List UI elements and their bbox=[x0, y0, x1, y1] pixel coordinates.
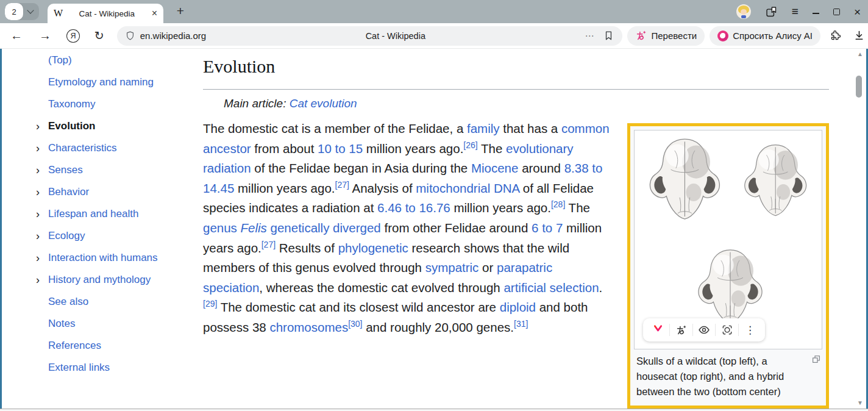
article-text: million years ago. bbox=[363, 141, 463, 155]
scrollbar-down-arrow[interactable]: ▼ bbox=[857, 399, 863, 406]
reference-link[interactable]: [31] bbox=[514, 319, 528, 329]
refresh-button[interactable]: ↻ bbox=[94, 29, 104, 43]
image-hover-toolbar: ⋮ bbox=[643, 318, 765, 341]
translate-button[interactable]: Перевести bbox=[627, 26, 705, 46]
chevron-right-icon[interactable]: › bbox=[36, 252, 48, 263]
site-security-shield-icon[interactable] bbox=[125, 30, 135, 41]
chevron-right-icon[interactable]: › bbox=[36, 187, 48, 198]
new-tab-button[interactable]: + bbox=[172, 2, 189, 20]
yandex-search-image-icon[interactable] bbox=[647, 324, 669, 336]
article-link[interactable]: chromosomes bbox=[269, 320, 348, 334]
alice-label: Спросить Алису AI bbox=[733, 30, 813, 41]
scrollbar-up-arrow[interactable]: ▲ bbox=[857, 51, 863, 57]
article-link[interactable]: genus bbox=[203, 221, 237, 235]
sidebar-item[interactable]: Taxonomy bbox=[36, 93, 196, 115]
highlighted-figure[interactable]: ⋮ Skulls of a wildcat (top left), a hous… bbox=[627, 123, 829, 409]
sidebar-item[interactable]: (Top) bbox=[36, 49, 196, 71]
yandex-home-button[interactable]: Я bbox=[66, 29, 80, 43]
tab-close-icon[interactable]: × bbox=[148, 8, 157, 19]
sidebar-item[interactable]: ›Evolution bbox=[36, 115, 196, 137]
article-link[interactable]: mitochondrial DNA bbox=[416, 181, 519, 195]
sidebar-item-label: Characteristics bbox=[48, 142, 116, 154]
reference-link[interactable]: [27] bbox=[261, 240, 276, 249]
sidebar-item-label: See also bbox=[48, 296, 88, 308]
article-link[interactable]: Miocene bbox=[471, 161, 519, 175]
tab-bar: 2 W Cat - Wikipedia × + ≡ × bbox=[0, 0, 868, 23]
reference-link[interactable]: [27] bbox=[335, 180, 349, 190]
sidebar-item[interactable]: ›Senses bbox=[36, 159, 196, 181]
hatnote: Main article: Cat evolution bbox=[224, 97, 829, 110]
reference-link[interactable]: [30] bbox=[348, 319, 362, 329]
reference-link[interactable]: [26] bbox=[463, 140, 477, 150]
reference-link[interactable]: [28] bbox=[551, 200, 565, 210]
article-text: or bbox=[478, 260, 497, 274]
hatnote-link[interactable]: Cat evolution bbox=[290, 97, 357, 110]
article-link[interactable]: phylogenetic bbox=[338, 241, 408, 255]
chevron-right-icon[interactable]: › bbox=[36, 165, 48, 176]
forward-button[interactable]: → bbox=[39, 29, 51, 43]
sidebar-item-label: Ecology bbox=[48, 230, 85, 242]
address-more-icon[interactable]: ⋯ bbox=[585, 30, 594, 41]
reference-link[interactable]: [29] bbox=[203, 299, 217, 309]
article-text: Analysis of bbox=[349, 181, 416, 195]
chevron-right-icon[interactable]: › bbox=[36, 274, 48, 285]
sidebar-item-label: Notes bbox=[48, 318, 75, 330]
chevron-right-icon[interactable]: › bbox=[36, 143, 48, 154]
skulls-image[interactable]: ⋮ bbox=[634, 130, 822, 349]
article-link[interactable]: 10 to 15 bbox=[318, 141, 363, 155]
maximize-button[interactable] bbox=[833, 9, 840, 15]
image-more-menu-icon[interactable]: ⋮ bbox=[739, 324, 761, 337]
sidebar-item-label: Taxonomy bbox=[48, 98, 95, 110]
search-by-image-icon[interactable] bbox=[716, 324, 738, 336]
chevron-down-icon bbox=[27, 7, 34, 13]
back-button[interactable]: ← bbox=[10, 29, 23, 43]
article-text: around bbox=[518, 161, 564, 175]
article-link[interactable]: genetically diverged bbox=[271, 221, 381, 235]
extensions-icon[interactable] bbox=[830, 29, 842, 42]
bookmark-icon[interactable] bbox=[603, 30, 614, 41]
sidebar-item[interactable]: ›Behavior bbox=[36, 181, 196, 203]
sidebar-item[interactable]: ›History and mythology bbox=[36, 269, 196, 291]
sidebar-item[interactable]: See also bbox=[36, 291, 196, 313]
browser-tab[interactable]: W Cat - Wikipedia × bbox=[48, 4, 163, 23]
address-bar[interactable]: en.wikipedia.org Cat - Wikipedia ⋯ bbox=[117, 26, 623, 46]
chevron-right-icon[interactable]: › bbox=[36, 231, 48, 241]
sidebar-item[interactable]: ›Ecology bbox=[36, 225, 196, 247]
view-image-icon[interactable] bbox=[693, 324, 716, 336]
menu-icon[interactable]: ≡ bbox=[792, 5, 799, 18]
tab-count-badge[interactable]: 2 bbox=[5, 3, 23, 20]
article-link[interactable]: Felis bbox=[241, 221, 267, 235]
sidebar-item[interactable]: External links bbox=[36, 357, 196, 379]
article-link[interactable]: artificial selection bbox=[503, 281, 599, 295]
skulls-illustration bbox=[635, 130, 822, 349]
scrollbar-thumb[interactable] bbox=[856, 76, 862, 98]
sidebar-item[interactable]: ›Characteristics bbox=[36, 137, 196, 159]
translate-image-icon[interactable] bbox=[670, 324, 692, 336]
sidebar-item[interactable]: Etymology and naming bbox=[36, 71, 196, 93]
enlarge-icon[interactable] bbox=[811, 354, 821, 364]
sidebar-item[interactable]: ›Interaction with humans bbox=[36, 247, 196, 269]
article-link[interactable]: sympatric bbox=[425, 260, 479, 274]
browser-toolbar: ← → Я ↻ en.wikipedia.org Cat - Wikipedia… bbox=[0, 23, 868, 49]
downloads-icon[interactable] bbox=[853, 29, 866, 42]
article-link[interactable]: 6 to 7 bbox=[532, 221, 563, 235]
article-link[interactable]: 6.46 to 16.76 bbox=[377, 201, 450, 215]
tab-title: Cat - Wikipedia bbox=[66, 9, 148, 18]
page-content: (Top)Etymology and namingTaxonomy›Evolut… bbox=[0, 49, 868, 409]
close-button[interactable]: × bbox=[854, 6, 861, 18]
article-link[interactable]: diploid bbox=[500, 300, 536, 314]
chevron-right-icon[interactable]: › bbox=[36, 121, 48, 132]
ask-alice-button[interactable]: Спросить Алису AI bbox=[710, 26, 820, 46]
profile-avatar[interactable] bbox=[736, 4, 751, 19]
sidebar-item[interactable]: ›Lifespan and health bbox=[36, 203, 196, 225]
sidebar-item[interactable]: Notes bbox=[36, 313, 196, 335]
sidebar-item[interactable]: References bbox=[36, 335, 196, 357]
url-text[interactable]: en.wikipedia.org bbox=[140, 30, 206, 41]
tab-counter[interactable]: 2 bbox=[5, 3, 39, 20]
article-link[interactable]: family bbox=[467, 121, 500, 135]
chevron-right-icon[interactable]: › bbox=[36, 209, 48, 220]
article-text: The bbox=[565, 201, 590, 215]
translate-icon bbox=[635, 30, 647, 41]
side-panel-icon[interactable] bbox=[765, 5, 778, 18]
minimize-button[interactable] bbox=[813, 9, 819, 14]
